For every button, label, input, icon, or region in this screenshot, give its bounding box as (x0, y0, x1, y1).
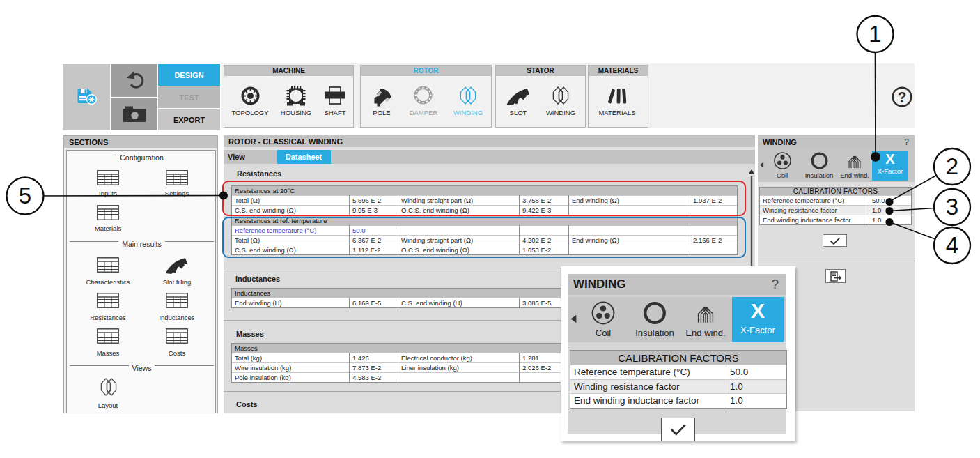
svg-text:3: 3 (946, 194, 958, 220)
svg-text:1: 1 (869, 21, 881, 47)
svg-text:4: 4 (946, 232, 958, 258)
svg-text:2: 2 (946, 153, 958, 179)
svg-text:5: 5 (19, 183, 31, 208)
svg-text:?: ? (898, 89, 906, 105)
